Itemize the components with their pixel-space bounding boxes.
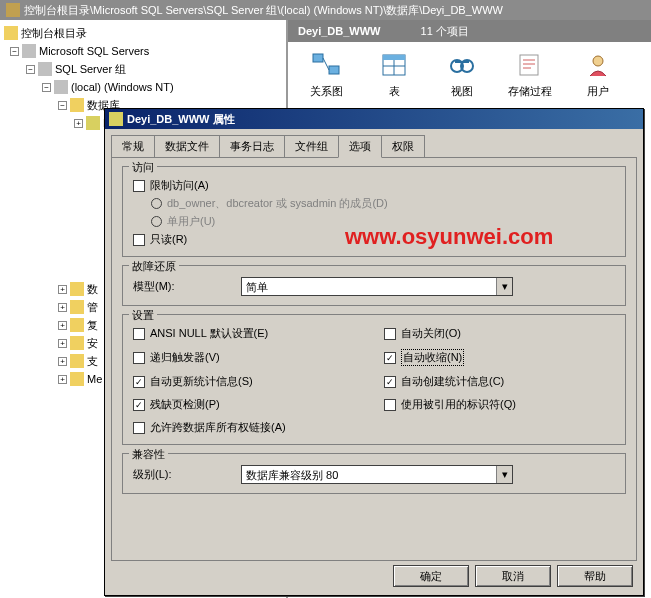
access-group: 访问 限制访问(A) db_owner、dbcreator 或 sysadmin… [122,166,626,257]
content-header: Deyi_DB_WWW 11 个项目 [288,20,651,42]
compat-legend: 兼容性 [129,447,168,462]
tab-options[interactable]: 选项 [338,135,382,158]
tree-item[interactable]: 复 [87,318,98,333]
chevron-down-icon[interactable]: ▾ [496,466,512,483]
settings-legend: 设置 [129,308,157,323]
restrict-checkbox[interactable] [133,180,145,192]
expand-icon[interactable]: − [58,101,67,110]
autocreate-checkbox[interactable]: ✓ [384,376,396,388]
server-icon [22,44,36,58]
tree-item[interactable]: 管 [87,300,98,315]
views-item[interactable]: 视图 [428,50,496,99]
dialog-icon [109,112,123,126]
icon-bar: 关系图 表 视图 存储过程 用户 [288,42,651,107]
svg-rect-1 [329,66,339,74]
expand-icon[interactable]: − [26,65,35,74]
tree-sqlservers[interactable]: Microsoft SQL Servers [39,45,149,57]
relations-item[interactable]: 关系图 [292,50,360,99]
restrict-label: 限制访问(A) [150,178,209,193]
titlebar-text: 控制台根目录\Microsoft SQL Servers\SQL Server … [24,3,503,18]
svg-line-2 [323,58,329,70]
level-value: 数据库兼容级别 80 [242,466,496,483]
model-combo[interactable]: 简单 ▾ [241,277,513,296]
ansi-checkbox[interactable] [133,328,145,340]
dialog-title: Deyi_DB_WWW 属性 [127,112,235,127]
readonly-label: 只读(R) [150,232,187,247]
crossdb-checkbox[interactable] [133,422,145,434]
instance-icon [54,80,68,94]
autoshrink-checkbox[interactable]: ✓ [384,352,396,364]
single-label: 单用户(U) [167,214,215,229]
tables-item[interactable]: 表 [360,50,428,99]
tree-item[interactable]: 安 [87,336,98,351]
cancel-button[interactable]: 取消 [475,565,551,587]
expand-icon[interactable]: + [74,119,83,128]
recovery-group: 故障还原 模型(M): 简单 ▾ [122,265,626,306]
users-item[interactable]: 用户 [564,50,632,99]
content-dbname: Deyi_DB_WWW [298,25,381,37]
svg-rect-0 [313,54,323,62]
expand-icon[interactable]: − [42,83,51,92]
sp-item[interactable]: 存储过程 [496,50,564,99]
item-count: 11 个项目 [421,24,469,39]
folder-icon [70,98,84,112]
tab-filegroups[interactable]: 文件组 [284,135,339,157]
autoclose-checkbox[interactable] [384,328,396,340]
model-value: 简单 [242,278,496,295]
autostat-checkbox[interactable]: ✓ [133,376,145,388]
main-titlebar: 控制台根目录\Microsoft SQL Servers\SQL Server … [0,0,651,20]
tree-group[interactable]: SQL Server 组 [55,62,126,77]
group-icon [38,62,52,76]
svg-rect-4 [383,55,405,60]
level-combo[interactable]: 数据库兼容级别 80 ▾ [241,465,513,484]
help-button[interactable]: 帮助 [557,565,633,587]
properties-dialog: Deyi_DB_WWW 属性 常规 数据文件 事务日志 文件组 选项 权限 访问… [104,108,644,596]
database-icon [86,116,100,130]
tree-item[interactable]: 支 [87,354,98,369]
model-label: 模型(M): [133,279,237,294]
level-label: 级别(L): [133,467,237,482]
dialog-titlebar: Deyi_DB_WWW 属性 [105,109,643,129]
svg-rect-10 [520,55,538,75]
readonly-checkbox[interactable] [133,234,145,246]
folder-icon [4,26,18,40]
tab-log[interactable]: 事务日志 [219,135,285,157]
ok-button[interactable]: 确定 [393,565,469,587]
recovery-legend: 故障还原 [129,259,179,274]
svg-point-14 [593,56,603,66]
members-label: db_owner、dbcreator 或 sysadmin 的成员(D) [167,196,388,211]
settings-group: 设置 ANSI NULL 默认设置(E) 自动关闭(O) 递归触发器(V) ✓自… [122,314,626,445]
rectrig-checkbox[interactable] [133,352,145,364]
tab-content: 访问 限制访问(A) db_owner、dbcreator 或 sysadmin… [111,157,637,561]
tab-permissions[interactable]: 权限 [381,135,425,157]
dialog-buttons: 确定 取消 帮助 [393,565,633,587]
app-icon [6,3,20,17]
access-legend: 访问 [129,160,157,175]
tab-datafiles[interactable]: 数据文件 [154,135,220,157]
single-radio [151,216,162,227]
chevron-down-icon[interactable]: ▾ [496,278,512,295]
compat-group: 兼容性 级别(L): 数据库兼容级别 80 ▾ [122,453,626,494]
tree-item[interactable]: 数 [87,282,98,297]
expand-icon[interactable]: − [10,47,19,56]
torn-checkbox[interactable]: ✓ [133,399,145,411]
members-radio [151,198,162,209]
tree-item[interactable]: Me [87,373,102,385]
tab-strip: 常规 数据文件 事务日志 文件组 选项 权限 [105,129,643,157]
quoted-checkbox[interactable] [384,399,396,411]
tab-general[interactable]: 常规 [111,135,155,157]
tree-root[interactable]: 控制台根目录 [21,26,87,41]
tree-local[interactable]: (local) (Windows NT) [71,81,174,93]
